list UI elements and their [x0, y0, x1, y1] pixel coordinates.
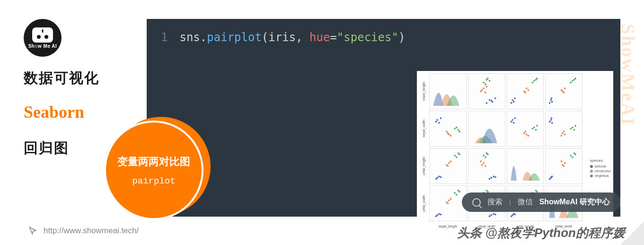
svg-point-92: [483, 162, 485, 164]
svg-point-73: [572, 127, 573, 129]
svg-point-40: [438, 122, 440, 124]
svg-point-101: [549, 178, 551, 180]
svg-point-68: [564, 133, 566, 135]
main-title: 数据可视化: [24, 69, 147, 88]
svg-point-86: [459, 153, 460, 155]
svg-point-116: [448, 200, 450, 201]
svg-point-80: [448, 162, 450, 164]
svg-point-57: [524, 131, 526, 132]
svg-point-95: [483, 155, 485, 157]
svg-point-102: [551, 176, 553, 178]
svg-point-45: [447, 132, 449, 134]
legend-dot-icon: [590, 175, 593, 177]
svg-point-54: [514, 117, 516, 119]
svg-point-4: [490, 100, 492, 102]
svg-point-41: [435, 121, 437, 122]
plot-cell-kde: [507, 148, 544, 184]
svg-point-13: [485, 83, 486, 85]
svg-point-123: [490, 214, 492, 216]
legend-item: virginica: [590, 174, 611, 178]
code-line: 1 sns.pairplot(iris, hue="species"): [161, 31, 606, 44]
svg-point-74: [574, 125, 576, 127]
svg-point-107: [570, 155, 572, 157]
svg-point-125: [488, 215, 490, 217]
legend-title: species: [590, 158, 611, 163]
code-content: sns.pairplot(iris, hue="species"): [179, 31, 405, 44]
svg-point-33: [563, 92, 565, 94]
legend-item: versicolor: [590, 169, 611, 173]
svg-point-90: [494, 176, 496, 178]
svg-point-124: [493, 213, 494, 215]
library-title: Seaborn: [24, 102, 147, 122]
topic-badge: 变量两两对比图 pairplot: [104, 121, 203, 220]
svg-point-15: [512, 99, 513, 101]
svg-point-46: [450, 135, 452, 137]
logo-text: Show Me AI: [28, 44, 57, 49]
svg-point-27: [550, 99, 552, 101]
plot-cell-scatter: [429, 185, 467, 221]
svg-point-26: [536, 78, 538, 79]
svg-point-56: [525, 133, 527, 135]
svg-point-43: [446, 131, 448, 132]
svg-point-53: [510, 121, 512, 122]
svg-point-20: [525, 88, 527, 89]
svg-point-3: [494, 97, 496, 99]
svg-point-77: [435, 178, 437, 180]
badge-subtitle: pairplot: [132, 176, 175, 186]
svg-point-70: [561, 135, 563, 137]
logo-face-icon: [32, 27, 53, 43]
legend-item: setosa: [590, 164, 611, 168]
y-axis-label: sepal_length: [419, 73, 428, 109]
svg-point-30: [551, 97, 553, 99]
svg-point-2: [485, 102, 487, 104]
svg-point-17: [510, 102, 512, 104]
svg-point-67: [562, 132, 564, 134]
svg-point-7: [485, 92, 486, 94]
svg-point-66: [551, 117, 553, 119]
svg-point-61: [533, 127, 535, 129]
plot-cell-scatter: [507, 73, 544, 109]
svg-point-0: [488, 99, 490, 101]
svg-point-113: [435, 215, 437, 217]
legend-dot-icon: [590, 170, 593, 173]
svg-point-18: [514, 97, 516, 99]
svg-point-52: [512, 122, 514, 124]
svg-point-88: [493, 175, 494, 177]
search-pill[interactable]: 搜索 | 微信 ShowMeAI 研究中心: [462, 192, 621, 212]
badge-title: 变量两两对比图: [117, 155, 190, 169]
page-curl-icon: [620, 221, 644, 245]
attribution: 头条 @熬夜学Python的程序媛: [457, 225, 625, 241]
svg-point-106: [561, 160, 563, 162]
svg-point-105: [563, 165, 565, 167]
svg-point-51: [512, 119, 513, 121]
cursor-icon: [28, 226, 38, 236]
plot-cell-scatter: [429, 148, 467, 184]
plot-cell-scatter: [468, 73, 505, 109]
legend-dot-icon: [590, 165, 593, 168]
plot-cell-scatter: [545, 111, 582, 147]
svg-point-87: [490, 177, 492, 179]
svg-point-122: [459, 191, 460, 192]
svg-point-138: [514, 214, 516, 216]
svg-point-50: [459, 131, 460, 132]
plot-cell-scatter: [468, 148, 505, 184]
search-platform: 微信: [518, 197, 533, 207]
svg-point-62: [536, 125, 538, 127]
plot-cell-kde: [429, 73, 467, 109]
svg-point-12: [488, 80, 490, 82]
svg-point-71: [570, 128, 572, 130]
footer-url[interactable]: http://www.showmeai.tech/: [44, 226, 139, 236]
svg-point-37: [572, 80, 573, 82]
divider-icon: |: [509, 198, 511, 207]
svg-point-109: [572, 157, 573, 158]
svg-point-55: [523, 132, 525, 134]
chart-legend: species setosa versicolor virginica: [590, 158, 611, 178]
y-axis-label: petal_width: [419, 185, 428, 221]
svg-point-91: [481, 164, 483, 166]
plot-cell-kde: [468, 111, 505, 147]
svg-point-78: [440, 176, 442, 178]
svg-point-72: [573, 129, 575, 131]
svg-point-25: [533, 80, 535, 82]
svg-point-29: [549, 102, 551, 104]
svg-point-58: [527, 135, 529, 137]
